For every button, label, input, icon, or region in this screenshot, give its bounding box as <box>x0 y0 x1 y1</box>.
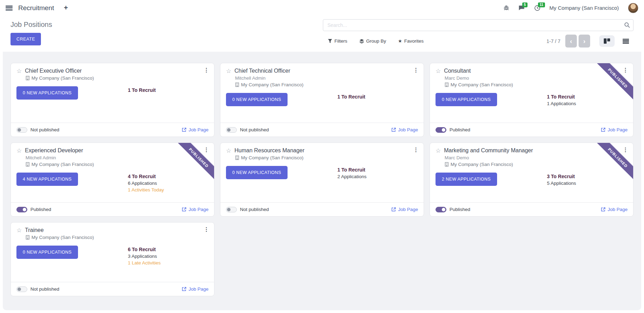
favorite-star-icon[interactable]: ☆ <box>16 148 22 154</box>
company-name: My Company (San Francisco) <box>31 235 94 240</box>
card-footer: Published Job Page <box>11 202 214 216</box>
company-switcher[interactable]: My Company (San Francisco) <box>550 5 619 11</box>
manager-name: Mitchell Admin <box>26 155 208 160</box>
favorite-star-icon[interactable]: ☆ <box>226 148 231 154</box>
messages-icon[interactable]: 5 <box>518 5 525 11</box>
kebab-menu-icon[interactable]: ⋮ <box>204 226 209 233</box>
job-page-link[interactable]: Job Page <box>601 207 628 212</box>
kebab-menu-icon[interactable]: ⋮ <box>204 67 209 73</box>
job-title: Experienced Developer <box>25 147 83 154</box>
kebab-menu-icon[interactable]: ⋮ <box>623 146 628 153</box>
kanban-view-button[interactable] <box>599 35 615 47</box>
publish-toggle[interactable] <box>226 207 237 212</box>
list-view-button[interactable] <box>618 36 634 47</box>
external-link-icon <box>182 207 186 212</box>
new-applications-button[interactable]: 4 NEW APPLICATIONS <box>16 173 78 186</box>
pager-previous-button[interactable]: ‹ <box>565 35 577 48</box>
company-name: My Company (San Francisco) <box>241 155 304 160</box>
job-position-card[interactable]: ⋮ ☆ Chief Executive Officer My Company (… <box>10 63 214 137</box>
plus-icon[interactable]: + <box>64 4 68 12</box>
external-link-icon <box>182 287 186 291</box>
create-button[interactable]: CREATE <box>10 33 41 45</box>
search-icon[interactable] <box>624 22 630 29</box>
job-title: Consultant <box>444 68 471 74</box>
layers-icon <box>359 39 364 44</box>
job-page-link[interactable]: Job Page <box>182 127 208 132</box>
activities-badge: 11 <box>538 2 545 7</box>
favorite-star-icon[interactable]: ☆ <box>436 68 441 74</box>
job-title: Marketing and Community Manager <box>444 147 533 154</box>
kebab-menu-icon[interactable]: ⋮ <box>623 67 628 73</box>
new-applications-button[interactable]: 0 NEW APPLICATIONS <box>436 93 497 106</box>
favorites-menu[interactable]: ★ Favorites <box>398 38 424 44</box>
filter-icon <box>328 39 332 43</box>
publish-control: Not published <box>226 127 269 133</box>
job-position-card[interactable]: PUBLISHED ⋮ ☆ Consultant Marc Demo My Co… <box>430 63 634 137</box>
to-recruit-count: 4 To Recruit <box>128 174 164 179</box>
top-navbar: Recruitment + 5 11 My Company (San Franc… <box>0 0 644 16</box>
new-applications-button[interactable]: 2 NEW APPLICATIONS <box>436 173 497 186</box>
search-input[interactable] <box>323 19 634 31</box>
publish-toggle[interactable] <box>16 127 27 133</box>
new-applications-button[interactable]: 0 NEW APPLICATIONS <box>226 166 288 179</box>
card-footer: Not published Job Page <box>220 202 424 216</box>
favorite-star-icon[interactable]: ☆ <box>226 68 231 74</box>
kebab-menu-icon[interactable]: ⋮ <box>413 67 419 73</box>
pager-next-button[interactable]: › <box>579 35 590 48</box>
debug-bug-icon[interactable] <box>503 5 509 11</box>
recruitment-stats: 6 To Recruit 3 Applications 1 Late Activ… <box>128 247 161 265</box>
publish-control: Published <box>436 127 470 133</box>
favorite-star-icon[interactable]: ☆ <box>16 227 22 233</box>
publish-status-label: Not published <box>30 127 59 132</box>
job-page-link[interactable]: Job Page <box>182 286 208 292</box>
activities-clock-icon[interactable]: 11 <box>534 5 540 11</box>
avatar[interactable] <box>628 3 638 13</box>
company-icon <box>445 162 449 167</box>
applications-count: 3 Applications <box>128 254 161 259</box>
filters-menu[interactable]: Filters <box>328 38 347 44</box>
job-position-card[interactable]: ⋮ ☆ Trainee My Company (San Francisco) 0… <box>10 222 214 296</box>
new-applications-button[interactable]: 0 NEW APPLICATIONS <box>16 246 78 259</box>
company-icon <box>235 155 239 160</box>
kebab-menu-icon[interactable]: ⋮ <box>413 146 419 153</box>
company-icon <box>235 82 239 87</box>
company-icon <box>26 76 30 80</box>
app-title[interactable]: Recruitment <box>18 4 54 12</box>
publish-toggle[interactable] <box>16 207 27 212</box>
group-by-menu[interactable]: Group By <box>359 38 386 44</box>
publish-toggle[interactable] <box>16 286 27 292</box>
job-page-link[interactable]: Job Page <box>601 127 628 132</box>
to-recruit-count: 3 To Recruit <box>547 174 576 179</box>
kebab-menu-icon[interactable]: ⋮ <box>204 146 209 153</box>
job-page-link[interactable]: Job Page <box>391 127 418 132</box>
job-position-card[interactable]: ⋮ ☆ Human Resources Manager My Company (… <box>220 143 424 217</box>
publish-toggle[interactable] <box>226 127 237 133</box>
publish-control: Not published <box>16 286 59 292</box>
publish-control: Not published <box>16 127 59 133</box>
manager-name: Marc Demo <box>445 155 628 160</box>
new-applications-button[interactable]: 0 NEW APPLICATIONS <box>226 93 288 106</box>
new-applications-button[interactable]: 0 NEW APPLICATIONS <box>16 86 78 100</box>
favorite-star-icon[interactable]: ☆ <box>16 68 22 74</box>
publish-toggle[interactable] <box>436 127 446 133</box>
job-page-link[interactable]: Job Page <box>391 207 418 212</box>
activity-note: 1 Activities Today <box>128 187 164 192</box>
job-title: Chief Technical Officer <box>234 68 290 74</box>
job-position-card[interactable]: PUBLISHED ⋮ ☆ Experienced Developer Mitc… <box>10 143 214 217</box>
publish-control: Published <box>436 207 470 212</box>
publish-control: Published <box>16 207 51 212</box>
job-position-card[interactable]: PUBLISHED ⋮ ☆ Marketing and Community Ma… <box>430 143 634 217</box>
list-view-icon <box>623 39 629 44</box>
publish-status-label: Not published <box>240 207 269 212</box>
company-line: My Company (San Francisco) <box>235 82 418 87</box>
favorite-star-icon[interactable]: ☆ <box>436 148 441 154</box>
menu-icon[interactable] <box>6 6 13 10</box>
workspace: Job Positions CREATE Filters <box>3 16 641 310</box>
job-position-card[interactable]: ⋮ ☆ Chief Technical Officer Mitchell Adm… <box>220 63 424 137</box>
external-link-icon <box>391 128 396 132</box>
job-page-label: Job Page <box>398 127 418 132</box>
job-page-link[interactable]: Job Page <box>182 207 208 212</box>
job-page-label: Job Page <box>189 286 208 292</box>
publish-toggle[interactable] <box>436 207 446 212</box>
card-footer: Published Job Page <box>430 123 633 137</box>
